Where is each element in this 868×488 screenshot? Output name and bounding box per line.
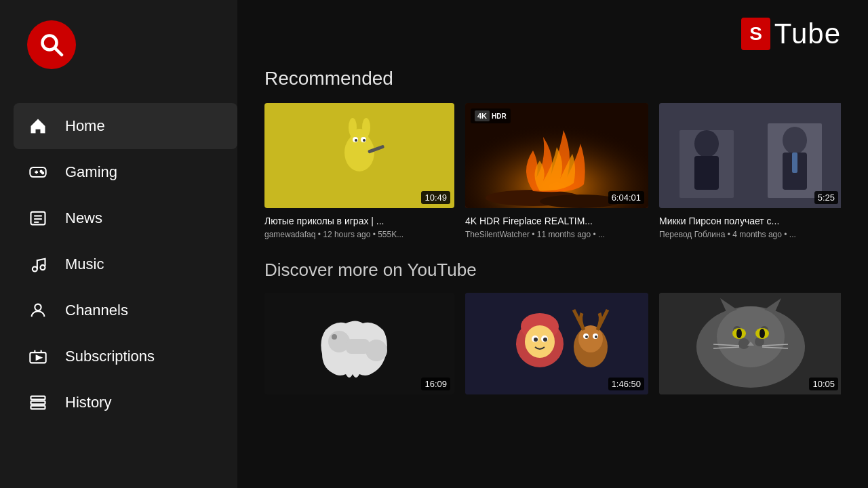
svg-point-40 xyxy=(783,127,807,154)
svg-marker-15 xyxy=(37,356,41,360)
thumbnail-3: 5:25 xyxy=(659,103,841,208)
svg-point-51 xyxy=(525,325,555,358)
svg-rect-19 xyxy=(31,401,45,405)
logo-s: S xyxy=(741,18,770,50)
video-title-3: Микки Пирсон получает с... xyxy=(659,215,841,227)
svg-point-12 xyxy=(41,265,45,270)
duration-badge-7: 10:05 xyxy=(809,378,838,390)
svg-rect-18 xyxy=(31,396,45,400)
svg-point-73 xyxy=(736,329,742,338)
logo-tube: Tube xyxy=(774,18,841,50)
svg-point-46 xyxy=(332,334,337,340)
video-card-5[interactable]: 16:09 xyxy=(264,293,454,401)
svg-point-24 xyxy=(349,118,357,137)
svg-rect-39 xyxy=(694,156,719,190)
duration-badge-1: 10:49 xyxy=(421,191,450,204)
duration-badge-5: 16:09 xyxy=(421,378,450,390)
video-meta-2: TheSilentWatcher • 11 months ago • ... xyxy=(465,230,648,239)
sidebar-item-music[interactable]: Music xyxy=(14,241,237,287)
logo: S Tube xyxy=(741,18,841,50)
svg-point-29 xyxy=(363,139,366,142)
svg-point-64 xyxy=(717,306,785,367)
sidebar-item-subscriptions[interactable]: Subscriptions xyxy=(14,333,237,380)
video-card-7[interactable]: 10:05 xyxy=(659,293,841,401)
sidebar-item-channels[interactable]: Channels xyxy=(14,287,237,333)
svg-rect-42 xyxy=(792,152,797,173)
discover-row: 16:09 xyxy=(264,293,841,401)
news-icon xyxy=(27,207,49,229)
home-icon xyxy=(27,115,49,137)
music-icon xyxy=(27,253,49,275)
sidebar-label-news: News xyxy=(65,209,102,227)
video-meta-3: Перевод Гоблина • 4 months ago • ... xyxy=(659,230,841,239)
svg-point-69 xyxy=(738,338,749,349)
discover-section: Discover more on YouTube xyxy=(264,260,841,401)
svg-point-38 xyxy=(694,130,719,157)
header: S Tube xyxy=(237,0,868,68)
svg-point-25 xyxy=(362,118,370,137)
thumb-bg-3 xyxy=(659,103,841,208)
sidebar-label-home: Home xyxy=(65,117,105,135)
video-card-6[interactable]: 1:46:50 xyxy=(465,293,648,401)
svg-point-54 xyxy=(534,338,538,342)
recommended-section: Recommended xyxy=(264,68,841,239)
thumbnail-7: 10:05 xyxy=(659,293,841,394)
duration-badge-2: 6:04:01 xyxy=(608,191,644,204)
duration-badge-3: 5:25 xyxy=(814,191,838,204)
sidebar-item-gaming[interactable]: Gaming xyxy=(14,149,237,195)
sidebar-label-subscriptions: Subscriptions xyxy=(65,348,155,365)
sidebar-label-gaming: Gaming xyxy=(65,163,117,181)
4k-label: 4K xyxy=(475,110,490,121)
video-title-1: Лютые приколы в играх | ... xyxy=(264,215,454,227)
thumb-art-1 xyxy=(319,115,400,197)
history-icon xyxy=(27,392,49,413)
svg-point-60 xyxy=(585,336,588,338)
sidebar-item-home[interactable]: Home xyxy=(14,103,237,149)
thumbnail-1: 10:49 xyxy=(264,103,454,208)
discover-title: Discover more on YouTube xyxy=(264,260,841,281)
svg-rect-47 xyxy=(346,339,370,354)
cinema-art xyxy=(659,103,841,208)
video-title-2: 4K HDR Fireplace REALTIM... xyxy=(465,215,648,227)
svg-point-13 xyxy=(35,304,41,310)
recommended-title: Recommended xyxy=(264,68,841,89)
svg-point-74 xyxy=(760,329,765,338)
video-meta-1: gamewadafaq • 12 hours ago • 555K... xyxy=(264,230,454,239)
sidebar-label-music: Music xyxy=(65,256,104,273)
main-content: S Tube Recommended xyxy=(237,0,868,488)
thumbnail-2: 4K HDR 6:04:01 xyxy=(465,103,648,208)
svg-point-55 xyxy=(543,338,547,342)
sidebar: Home Gaming xyxy=(0,0,237,488)
gaming-icon xyxy=(27,161,49,183)
thumbnail-5: 16:09 xyxy=(264,293,454,394)
video-card-3[interactable]: 5:25 Микки Пирсон получает с... Перевод … xyxy=(659,103,841,239)
subscriptions-icon xyxy=(27,346,49,367)
sidebar-label-channels: Channels xyxy=(65,302,128,319)
search-button[interactable] xyxy=(27,20,76,69)
svg-line-1 xyxy=(55,48,62,55)
recommended-row: 10:49 Лютые приколы в играх | ... gamewa… xyxy=(264,103,841,239)
thumbnail-6: 1:46:50 xyxy=(465,293,648,394)
duration-badge-6: 1:46:50 xyxy=(608,378,644,390)
content-area: Recommended xyxy=(237,68,868,488)
svg-point-61 xyxy=(595,336,597,338)
svg-point-28 xyxy=(355,139,357,142)
svg-point-11 xyxy=(33,267,37,272)
hdr-badge-2: 4K HDR xyxy=(471,108,511,123)
channels-icon xyxy=(27,300,49,321)
svg-point-6 xyxy=(42,172,43,174)
svg-rect-20 xyxy=(31,406,45,409)
sidebar-item-history[interactable]: History xyxy=(14,380,237,426)
video-card-2[interactable]: 4K HDR 6:04:01 4K HDR Fireplace REALTIM.… xyxy=(465,103,648,239)
sidebar-item-news[interactable]: News xyxy=(14,195,237,241)
sidebar-label-history: History xyxy=(65,394,111,411)
video-card-1[interactable]: 10:49 Лютые приколы в играх | ... gamewa… xyxy=(264,103,454,239)
search-icon xyxy=(39,33,64,57)
nav-menu: Home Gaming xyxy=(14,103,237,426)
